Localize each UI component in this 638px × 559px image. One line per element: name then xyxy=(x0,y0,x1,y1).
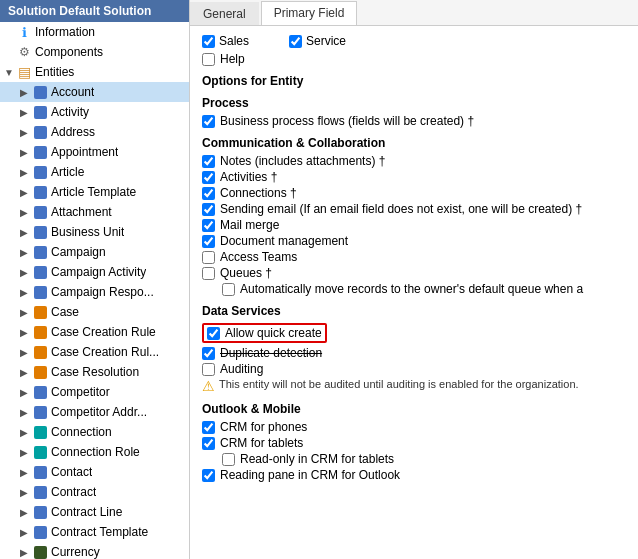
tree-item-information[interactable]: ℹInformation xyxy=(0,22,189,42)
check-queues[interactable]: Queues † xyxy=(202,266,626,280)
check-service[interactable]: Service xyxy=(289,34,346,48)
check-connections[interactable]: Connections † xyxy=(202,186,626,200)
tree-item-appointment[interactable]: ▶Appointment xyxy=(0,142,189,162)
tree-item-articletemplate[interactable]: ▶Article Template xyxy=(0,182,189,202)
tree-icon-campaign xyxy=(32,244,48,260)
tree-label-contracttemplate: Contract Template xyxy=(51,525,148,539)
tree-arrow-campaign[interactable]: ▶ xyxy=(20,247,32,258)
tree-item-caseresolution[interactable]: ▶Case Resolution xyxy=(0,362,189,382)
checkbox-crmphones[interactable] xyxy=(202,421,215,434)
tree-item-competitor[interactable]: ▶Competitor xyxy=(0,382,189,402)
label-docmgmt: Document management xyxy=(220,234,348,248)
tree-item-attachment[interactable]: ▶Attachment xyxy=(0,202,189,222)
tab-primaryfield[interactable]: Primary Field xyxy=(261,1,358,25)
tree-arrow-contracttemplate[interactable]: ▶ xyxy=(20,527,32,538)
tree-label-casecreationrule: Case Creation Rule xyxy=(51,325,156,339)
check-auditing[interactable]: Auditing xyxy=(202,362,626,376)
checkbox-crmtablets[interactable] xyxy=(202,437,215,450)
check-readonly[interactable]: Read-only in CRM for tablets xyxy=(222,452,626,466)
check-activities[interactable]: Activities † xyxy=(202,170,626,184)
tree-arrow-caseresolution[interactable]: ▶ xyxy=(20,367,32,378)
tree-item-campaignrespo[interactable]: ▶Campaign Respo... xyxy=(0,282,189,302)
tree-arrow-casecreationrule[interactable]: ▶ xyxy=(20,327,32,338)
tree-item-connection[interactable]: ▶Connection xyxy=(0,422,189,442)
checkbox-sendingemail[interactable] xyxy=(202,203,215,216)
tree-item-contracttemplate[interactable]: ▶Contract Template xyxy=(0,522,189,542)
tree-arrow-businessunit[interactable]: ▶ xyxy=(20,227,32,238)
checkbox-automove[interactable] xyxy=(222,283,235,296)
tree-item-campaign[interactable]: ▶Campaign xyxy=(0,242,189,262)
checkbox-activities[interactable] xyxy=(202,171,215,184)
tree-arrow-contractline[interactable]: ▶ xyxy=(20,507,32,518)
tree-item-contact[interactable]: ▶Contact xyxy=(0,462,189,482)
check-readingpane[interactable]: Reading pane in CRM for Outlook xyxy=(202,468,626,482)
checkbox-connections[interactable] xyxy=(202,187,215,200)
check-crmphones[interactable]: CRM for phones xyxy=(202,420,626,434)
tree-arrow-case[interactable]: ▶ xyxy=(20,307,32,318)
tree-item-casecreationrule[interactable]: ▶Case Creation Rule xyxy=(0,322,189,342)
checkbox-mailmerge[interactable] xyxy=(202,219,215,232)
tree-item-currency[interactable]: ▶Currency xyxy=(0,542,189,559)
checkbox-auditing[interactable] xyxy=(202,363,215,376)
check-accessteams[interactable]: Access Teams xyxy=(202,250,626,264)
checkbox-readonly[interactable] xyxy=(222,453,235,466)
tree-arrow-currency[interactable]: ▶ xyxy=(20,547,32,558)
checkbox-service[interactable] xyxy=(289,35,302,48)
tree-arrow-competitoraddr[interactable]: ▶ xyxy=(20,407,32,418)
tree-item-activity[interactable]: ▶Activity xyxy=(0,102,189,122)
checkbox-quickcreate[interactable] xyxy=(207,327,220,340)
tree-arrow-entities[interactable]: ▼ xyxy=(4,67,16,78)
tab-general[interactable]: General xyxy=(190,2,259,25)
tree-item-connectionrole[interactable]: ▶Connection Role xyxy=(0,442,189,462)
label-auditing: Auditing xyxy=(220,362,263,376)
tree-item-contractline[interactable]: ▶Contract Line xyxy=(0,502,189,522)
check-notes[interactable]: Notes (includes attachments) † xyxy=(202,154,626,168)
tree-arrow-address[interactable]: ▶ xyxy=(20,127,32,138)
check-bpf[interactable]: Business process flows (fields will be c… xyxy=(202,114,626,128)
tree-container[interactable]: ℹInformation⚙Components▼▤Entities▶Accoun… xyxy=(0,22,189,559)
tree-arrow-campaignactivity[interactable]: ▶ xyxy=(20,267,32,278)
checkbox-help[interactable] xyxy=(202,53,215,66)
tree-item-competitoraddr[interactable]: ▶Competitor Addr... xyxy=(0,402,189,422)
tree-item-businessunit[interactable]: ▶Business Unit xyxy=(0,222,189,242)
checkbox-readingpane[interactable] xyxy=(202,469,215,482)
tree-arrow-connection[interactable]: ▶ xyxy=(20,427,32,438)
checkbox-notes[interactable] xyxy=(202,155,215,168)
tree-item-address[interactable]: ▶Address xyxy=(0,122,189,142)
tree-arrow-competitor[interactable]: ▶ xyxy=(20,387,32,398)
tree-item-campaignactivity[interactable]: ▶Campaign Activity xyxy=(0,262,189,282)
tree-arrow-article[interactable]: ▶ xyxy=(20,167,32,178)
checkbox-dupdetect[interactable] xyxy=(202,347,215,360)
tree-arrow-attachment[interactable]: ▶ xyxy=(20,207,32,218)
tree-arrow-appointment[interactable]: ▶ xyxy=(20,147,32,158)
check-mailmerge[interactable]: Mail merge xyxy=(202,218,626,232)
check-sales[interactable]: Sales xyxy=(202,34,249,48)
tree-arrow-contract[interactable]: ▶ xyxy=(20,487,32,498)
check-sendingemail[interactable]: Sending email (If an email field does no… xyxy=(202,202,626,216)
check-dupdetect[interactable]: Duplicate detection xyxy=(202,346,626,360)
tree-item-case[interactable]: ▶Case xyxy=(0,302,189,322)
tree-item-account[interactable]: ▶Account xyxy=(0,82,189,102)
checkbox-docmgmt[interactable] xyxy=(202,235,215,248)
tree-arrow-campaignrespo[interactable]: ▶ xyxy=(20,287,32,298)
tree-arrow-activity[interactable]: ▶ xyxy=(20,107,32,118)
check-quickcreate[interactable]: Allow quick create xyxy=(202,322,626,344)
tree-icon-contractline xyxy=(32,504,48,520)
checkbox-sales[interactable] xyxy=(202,35,215,48)
check-automove[interactable]: Automatically move records to the owner'… xyxy=(222,282,626,296)
check-crmtablets[interactable]: CRM for tablets xyxy=(202,436,626,450)
tree-item-components[interactable]: ⚙Components xyxy=(0,42,189,62)
checkbox-accessteams[interactable] xyxy=(202,251,215,264)
tree-arrow-account[interactable]: ▶ xyxy=(20,87,32,98)
tree-arrow-connectionrole[interactable]: ▶ xyxy=(20,447,32,458)
tree-arrow-articletemplate[interactable]: ▶ xyxy=(20,187,32,198)
tree-item-casecreationrul[interactable]: ▶Case Creation Rul... xyxy=(0,342,189,362)
check-docmgmt[interactable]: Document management xyxy=(202,234,626,248)
tree-item-article[interactable]: ▶Article xyxy=(0,162,189,182)
checkbox-queues[interactable] xyxy=(202,267,215,280)
checkbox-bpf[interactable] xyxy=(202,115,215,128)
tree-arrow-contact[interactable]: ▶ xyxy=(20,467,32,478)
tree-item-entities[interactable]: ▼▤Entities xyxy=(0,62,189,82)
tree-item-contract[interactable]: ▶Contract xyxy=(0,482,189,502)
tree-arrow-casecreationrul[interactable]: ▶ xyxy=(20,347,32,358)
